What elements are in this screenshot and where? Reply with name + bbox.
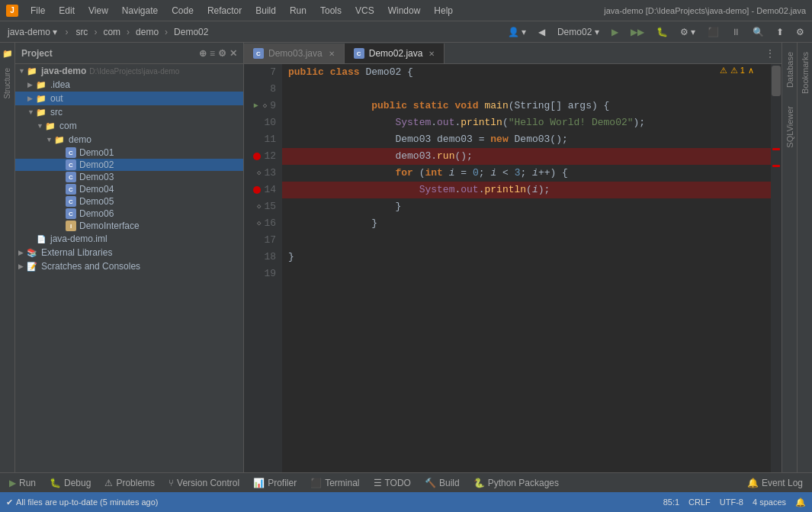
cursor-position[interactable]: 85:1 <box>663 498 679 507</box>
scratches-icon: 📝 <box>26 260 38 272</box>
class-icon: C <box>66 184 76 195</box>
run-with-coverage-btn[interactable]: ▶▶ <box>626 25 649 39</box>
scrollbar-markers[interactable] <box>771 64 782 472</box>
scrollbar-track[interactable] <box>771 64 782 472</box>
close-project-panel-icon[interactable]: ✕ <box>229 48 237 59</box>
tree-item-demo[interactable]: ▼ 📁 demo <box>15 133 243 147</box>
python-packages-btn[interactable]: 🐍 Python Packages <box>467 476 565 490</box>
menu-view[interactable]: View <box>82 4 114 18</box>
search-everywhere-btn[interactable]: 🔍 <box>748 25 769 39</box>
scrollbar-thumb[interactable] <box>772 66 781 96</box>
close-tab-demo03[interactable]: ✕ <box>329 50 335 58</box>
event-log-btn[interactable]: 🔔 Event Log <box>741 476 809 490</box>
sqleditor-panel-label[interactable]: SQLViewer <box>782 97 798 157</box>
app-icon: J <box>6 5 18 17</box>
menu-vcs[interactable]: VCS <box>349 4 380 18</box>
debug-tool-label: Debug <box>64 478 91 488</box>
window-title: java-demo [D:\IdeaProjects\java-demo] - … <box>604 6 806 15</box>
nav-demo02[interactable]: Demo02 <box>169 25 213 39</box>
profiler-btn[interactable]: 📊 Profiler <box>247 476 303 490</box>
close-tab-demo02[interactable]: ✕ <box>428 50 435 58</box>
tree-item-extlibs[interactable]: ▶ 📚 External Libraries <box>15 246 243 259</box>
tree-item-Demo02[interactable]: ▶ C Demo02 <box>15 159 243 171</box>
build-btn[interactable]: 🔨 Build <box>419 476 466 490</box>
toolbar-right: 👤 ▾ ◀ Demo02 ▾ ▶ ▶▶ 🐛 ⚙ ▾ ⬛ ⏸ 🔍 ⬆ ⚙ <box>503 25 809 39</box>
menu-run[interactable]: Run <box>284 4 313 18</box>
problems-btn[interactable]: ⚠ Problems <box>98 476 161 490</box>
debug-btn[interactable]: 🐛 <box>652 25 672 39</box>
iml-icon: 📄 <box>35 233 47 245</box>
more-run-btn[interactable]: ⚙ ▾ <box>676 25 700 39</box>
breakpoint-14[interactable] <box>253 186 261 194</box>
notifications-icon[interactable]: 🔔 <box>795 498 806 507</box>
run-tool-icon: ▶ <box>9 478 16 488</box>
tree-item-idea[interactable]: ▶ 📁 .idea <box>15 78 243 92</box>
tree-item-Demo03[interactable]: ▶ C Demo03 <box>15 171 243 183</box>
run-btn[interactable]: ▶ <box>607 25 623 39</box>
pause-btn[interactable]: ⏸ <box>727 25 745 39</box>
todo-btn[interactable]: ☰ TODO <box>367 476 417 490</box>
tree-item-scratches[interactable]: ▶ 📝 Scratches and Consoles <box>15 259 243 273</box>
tree-item-out[interactable]: ▶ 📁 out <box>15 92 243 105</box>
account-btn[interactable]: 👤 ▾ <box>503 25 531 39</box>
structure-icon[interactable]: Structure <box>3 65 11 102</box>
tree-item-Demo01[interactable]: ▶ C Demo01 <box>15 147 243 159</box>
menu-navigate[interactable]: Navigate <box>116 4 164 18</box>
menu-help[interactable]: Help <box>428 4 459 18</box>
tree-label-com: com <box>59 121 77 131</box>
tree-item-Demo04[interactable]: ▶ C Demo04 <box>15 183 243 195</box>
tree-item-Demo06[interactable]: ▶ C Demo06 <box>15 208 243 220</box>
file-encoding[interactable]: UTF-8 <box>720 498 743 507</box>
menu-edit[interactable]: Edit <box>53 4 81 18</box>
expand-icon: ▶ <box>18 249 26 256</box>
stop-btn[interactable]: ⬛ <box>703 25 724 39</box>
back-btn[interactable]: ◀ <box>534 25 550 39</box>
project-selector[interactable]: java-demo ▾ <box>3 25 62 39</box>
tab-demo03[interactable]: C Demo03.java ✕ <box>244 43 345 63</box>
bookmarks-label[interactable]: Bookmarks <box>798 43 813 103</box>
menu-code[interactable]: Code <box>165 4 200 18</box>
tree-label-idea: .idea <box>50 79 70 90</box>
menu-build[interactable]: Build <box>249 4 282 18</box>
run-tool-btn[interactable]: ▶ Run <box>3 476 42 490</box>
tree-item-java-demo[interactable]: ▼ 📁 java-demo D:\IdeaProjects\java-demo <box>15 64 243 78</box>
tree-item-com[interactable]: ▼ 📁 com <box>15 119 243 133</box>
tree-label-Demo06: Demo06 <box>79 208 114 219</box>
project-options-icon[interactable]: ⚙ <box>218 48 226 59</box>
tab-demo02[interactable]: C Demo02.java ✕ <box>345 43 445 63</box>
tree-item-DemoInterface[interactable]: ▶ I DemoInterface <box>15 220 243 232</box>
tree-label-src: src <box>50 107 63 118</box>
nav-src[interactable]: src <box>71 25 92 39</box>
tree-item-src[interactable]: ▼ 📁 src <box>15 105 243 119</box>
menu-window[interactable]: Window <box>382 4 427 18</box>
menu-tools[interactable]: Tools <box>314 4 348 18</box>
update-btn[interactable]: ⬆ <box>772 25 788 39</box>
warning-indicator[interactable]: ⚠ ⚠ 1 ∧ <box>720 66 754 76</box>
expand-warnings-icon[interactable]: ∧ <box>748 66 754 76</box>
debug-tool-btn[interactable]: 🐛 Debug <box>43 476 97 490</box>
locate-icon[interactable]: ⊕ <box>199 48 207 59</box>
menu-file[interactable]: File <box>24 4 51 18</box>
menu-refactor[interactable]: Refactor <box>201 4 248 18</box>
bookmark-9: ◇ <box>263 98 267 114</box>
project-icon[interactable]: 📁 <box>2 49 13 59</box>
code-content[interactable]: public class Demo02 { public static void… <box>282 64 771 472</box>
terminal-btn[interactable]: ⬛ Terminal <box>304 476 365 490</box>
run-arrow-9[interactable]: ▶ <box>254 98 258 114</box>
database-panel-label[interactable]: Database <box>782 43 798 97</box>
gutter-line-13: ◇ 13 <box>250 165 276 182</box>
line-separator[interactable]: CRLF <box>688 498 711 507</box>
nav-demo[interactable]: demo <box>131 25 163 39</box>
folder-icon: 📁 <box>44 120 56 132</box>
vcs-btn[interactable]: ⑂ Version Control <box>162 476 246 490</box>
settings-btn[interactable]: ⚙ <box>791 25 809 39</box>
collapse-all-icon[interactable]: ≡ <box>210 48 215 59</box>
nav-com[interactable]: com <box>98 25 125 39</box>
run-config-dropdown[interactable]: Demo02 ▾ <box>553 25 604 39</box>
breakpoint-12[interactable] <box>253 153 261 160</box>
indent-info[interactable]: 4 spaces <box>753 498 786 507</box>
tree-item-iml[interactable]: ▶ 📄 java-demo.iml <box>15 232 243 246</box>
tree-item-Demo05[interactable]: ▶ C Demo05 <box>15 195 243 208</box>
code-editor[interactable]: 7 8 ▶ ◇ 9 10 11 <box>244 64 782 472</box>
tabs-overflow-menu[interactable]: ⋮ <box>759 43 782 63</box>
